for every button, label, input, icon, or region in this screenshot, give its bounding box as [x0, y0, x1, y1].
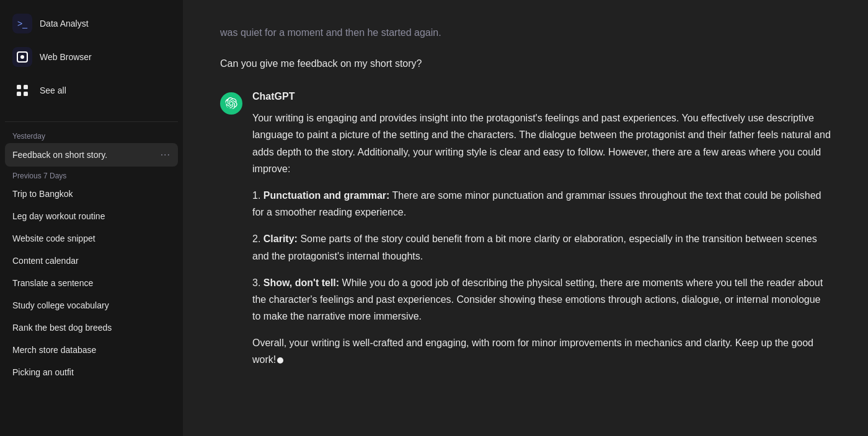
chat-item-label: Rank the best dog breeds: [12, 323, 170, 333]
user-message: Can you give me feedback on my short sto…: [220, 56, 831, 72]
sidebar-item-website-code[interactable]: Website code snippet: [5, 227, 178, 250]
sidebar-tools: >_ Data Analyst Web Browser Se: [5, 7, 178, 107]
chat-item-label: Picking an outfit: [12, 367, 170, 377]
grid-icon: [12, 81, 32, 100]
chat-item-label: Study college vocabulary: [12, 300, 170, 310]
sidebar-item-feedback-short-story[interactable]: Feedback on short story. ···: [5, 143, 178, 167]
assistant-point-3: 3. Show, don't tell: While you do a good…: [252, 274, 831, 325]
terminal-icon: >_: [12, 14, 32, 33]
chat-item-label: Translate a sentence: [12, 278, 170, 288]
sidebar-item-data-analyst[interactable]: >_ Data Analyst: [5, 7, 178, 40]
sidebar-item-web-browser[interactable]: Web Browser: [5, 41, 178, 73]
sidebar-item-content-calendar[interactable]: Content calendar: [5, 250, 178, 272]
see-all-label: See all: [40, 85, 66, 95]
chat-item-menu-icon[interactable]: ···: [161, 149, 170, 160]
svg-point-1: [20, 55, 24, 59]
browser-icon: [12, 47, 32, 67]
sidebar-item-study-vocab[interactable]: Study college vocabulary: [5, 294, 178, 316]
assistant-conclusion: Overall, your writing is well-crafted an…: [252, 334, 831, 368]
assistant-intro: Your writing is engaging and provides in…: [252, 110, 831, 368]
chat-item-label: Content calendar: [12, 256, 170, 266]
chat-item-label: Merch store database: [12, 345, 170, 355]
section-previous-7-days: Previous 7 Days: [5, 167, 178, 183]
chatgpt-avatar: [220, 92, 242, 115]
assistant-content: ChatGPT Your writing is engaging and pro…: [252, 91, 831, 380]
sidebar-item-see-all[interactable]: See all: [5, 74, 178, 107]
chat-item-label: Leg day workout routine: [12, 211, 170, 221]
conclusion-text: Overall, your writing is well-crafted an…: [252, 338, 813, 365]
sidebar-item-leg-day[interactable]: Leg day workout routine: [5, 205, 178, 227]
chat-item-label: Trip to Bangkok: [12, 189, 170, 199]
data-analyst-label: Data Analyst: [40, 19, 89, 28]
sidebar-item-merch-store[interactable]: Merch store database: [5, 339, 178, 361]
sidebar-item-translate-sentence[interactable]: Translate a sentence: [5, 272, 178, 294]
sidebar-item-picking-outfit[interactable]: Picking an outfit: [5, 361, 178, 383]
point-3-title: Show, don't tell:: [264, 277, 339, 288]
cursor-dot: [277, 357, 283, 364]
web-browser-label: Web Browser: [40, 52, 92, 62]
assistant-name: ChatGPT: [252, 91, 831, 102]
sidebar-item-trip-bangkok[interactable]: Trip to Bangkok: [5, 183, 178, 205]
point-1-number: 1.: [252, 190, 264, 201]
assistant-response-block: ChatGPT Your writing is engaging and pro…: [220, 91, 831, 380]
sidebar-divider: [5, 121, 178, 122]
point-2-title: Clarity:: [264, 233, 298, 244]
point-2-text: Some parts of the story could benefit fr…: [252, 233, 817, 261]
svg-rect-5: [24, 92, 28, 96]
point-2-number: 2.: [252, 233, 264, 244]
main-content: was quiet for a moment and then he start…: [183, 0, 868, 436]
svg-rect-3: [24, 85, 28, 89]
assistant-point-2: 2. Clarity: Some parts of the story coul…: [252, 230, 831, 264]
sidebar: >_ Data Analyst Web Browser Se: [0, 0, 183, 436]
point-1-title: Punctuation and grammar:: [264, 190, 390, 201]
svg-rect-2: [17, 85, 21, 89]
svg-rect-4: [17, 92, 21, 96]
section-yesterday: Yesterday: [5, 127, 178, 143]
assistant-point-1: 1. Punctuation and grammar: There are so…: [252, 187, 831, 220]
point-3-number: 3.: [252, 277, 264, 288]
chat-item-label: Website code snippet: [12, 233, 170, 243]
sidebar-item-dog-breeds[interactable]: Rank the best dog breeds: [5, 316, 178, 339]
assistant-intro-text: Your writing is engaging and provides in…: [252, 110, 831, 177]
chat-item-label: Feedback on short story.: [12, 150, 156, 160]
faded-story-text: was quiet for a moment and then he start…: [220, 25, 831, 41]
